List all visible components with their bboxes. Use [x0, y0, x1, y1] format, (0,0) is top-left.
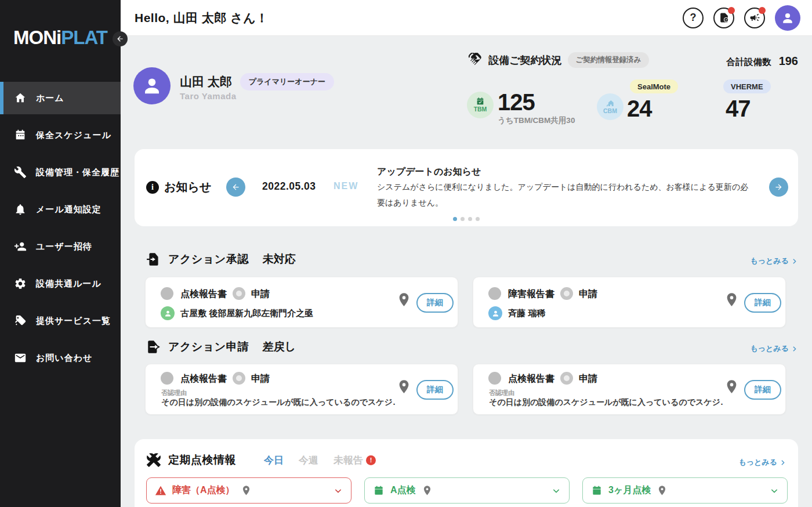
carousel-dot[interactable] [453, 217, 457, 221]
sidebar-item-home[interactable]: ホーム [0, 82, 121, 114]
megaphone-icon [749, 12, 760, 23]
sidebar-item-label: 提供サービス一覧 [36, 316, 111, 327]
approval-card[interactable]: 障害報告書 申請 斉藤 瑞稀 詳細 [473, 277, 786, 328]
detail-button[interactable]: 詳細 [744, 293, 781, 313]
location-pin-icon[interactable] [724, 379, 740, 394]
arrow-left-icon [116, 35, 124, 43]
vherme-badge: VHERME [723, 79, 771, 93]
dropdown-3month-inspection[interactable]: 3ヶ月点検 [582, 477, 788, 504]
sidebar-item-common-rules[interactable]: 設備共通ルール [0, 267, 121, 300]
contract-status-title: 設備ご契約状況 [488, 53, 561, 67]
notification-dot [728, 7, 735, 14]
sidebar-item-contact[interactable]: お問い合わせ [0, 342, 121, 374]
carousel-dot[interactable] [476, 217, 480, 221]
location-pin-icon [241, 485, 252, 496]
sensor-home-icon [606, 99, 615, 108]
carousel-dot[interactable] [468, 217, 472, 221]
approval-card[interactable]: 点検報告書 申請 古屋敷 後部屋新九郎左衛門介之亟 詳細 [145, 277, 458, 328]
document-export-icon [146, 339, 161, 354]
card-doc-type: 点検報告書 [180, 373, 227, 385]
tab-today[interactable]: 今日 [264, 454, 284, 467]
dropdown-label: A点検 [390, 484, 416, 497]
dropdown-label: 障害（A点検） [172, 484, 235, 497]
warning-triangle-icon [155, 485, 166, 497]
radio-dot-icon [233, 372, 245, 385]
handshake-icon [467, 53, 482, 67]
request-more-link[interactable]: もっとみる [750, 343, 798, 354]
total-equipment-label: 合計設備数 [726, 56, 771, 68]
card-doc-type: 点検報告書 [180, 288, 227, 300]
news-prev-button[interactable] [226, 178, 245, 197]
approval-section-title: アクション承認 [168, 252, 249, 267]
detail-button[interactable]: 詳細 [416, 293, 454, 313]
location-pin-icon[interactable] [396, 292, 412, 307]
status-dot-icon [488, 372, 501, 385]
request-section-header: アクション申請 差戻し [146, 339, 296, 354]
request-section-title: アクション申請 [168, 339, 249, 354]
request-card[interactable]: 点検報告書 申請 否認理由 その日は別の設備のスケジュールが既に入っているのでス… [145, 364, 458, 415]
question-mark-icon: ? [690, 12, 697, 24]
request-status-filter: 差戻し [263, 339, 296, 354]
detail-button[interactable]: 詳細 [416, 380, 454, 400]
status-dot-icon [161, 287, 173, 300]
cbm-count: 24 [627, 97, 652, 120]
profile-name-romaji: Taro Yamada [180, 91, 237, 101]
tab-this-week[interactable]: 今週 [299, 454, 318, 467]
total-equipment-value: 196 [779, 55, 798, 68]
sidebar-item-mail-settings[interactable]: メール通知設定 [0, 193, 121, 226]
total-equipment: 合計設備数 196 [726, 55, 798, 68]
sidebar-item-schedule[interactable]: 保全スケジュール [0, 119, 121, 151]
card-action-type: 申請 [579, 288, 597, 300]
sealmote-badge: SealMote [630, 79, 678, 93]
help-button[interactable]: ? [683, 8, 704, 28]
report-approval-button[interactable] [713, 8, 734, 28]
news-next-button[interactable] [769, 178, 788, 197]
card-person-name: 斉藤 瑞稀 [508, 308, 545, 319]
more-label: もっとみる [738, 457, 777, 468]
dropdown-a-inspection[interactable]: A点検 [364, 477, 570, 504]
card-doc-type: 点検報告書 [508, 373, 554, 385]
status-dot-icon [488, 287, 501, 300]
location-pin-icon [422, 485, 433, 496]
sidebar-collapse-button[interactable] [113, 31, 128, 46]
rejection-reason-text: その日は別の設備のスケジュールが既に入っているのでスケジ… [161, 397, 396, 408]
approval-more-link[interactable]: もっとみる [750, 256, 798, 266]
inspection-more-link[interactable]: もっとみる [738, 457, 786, 468]
document-import-icon [146, 252, 161, 267]
tools-icon [146, 452, 161, 468]
dropdown-failure-a-inspection[interactable]: 障害（A点検） [146, 477, 351, 504]
sidebar-item-label: ユーザー招待 [36, 241, 92, 252]
chevron-right-icon [791, 258, 798, 265]
info-icon: i [146, 181, 159, 194]
detail-button[interactable]: 詳細 [744, 380, 781, 400]
home-icon [14, 92, 27, 104]
rejection-reason-label: 否認理由 [489, 389, 514, 397]
radio-dot-icon [560, 372, 573, 385]
sidebar-item-services[interactable]: 提供サービス一覧 [0, 305, 121, 337]
inspection-section-title: 定期点検情報 [168, 452, 236, 468]
chevron-down-icon [552, 486, 561, 495]
calendar-icon [14, 129, 27, 142]
card-action-type: 申請 [579, 373, 597, 385]
sidebar-item-equipment-history[interactable]: 設備管理・保全履歴 [0, 156, 121, 189]
inspection-dropdown-row: 障害（A点検） A点検 3ヶ月点検 [146, 477, 788, 504]
radio-dot-icon [233, 287, 245, 300]
sidebar-item-label: メール通知設定 [36, 204, 102, 215]
rejection-reason-label: 否認理由 [161, 389, 187, 397]
calendar-check-icon [476, 97, 485, 106]
sidebar-item-invite-user[interactable]: ユーザー招待 [0, 230, 121, 263]
news-card: i お知らせ 2022.05.03 NEW アップデートのお知らせ システムがさ… [135, 149, 798, 226]
carousel-dot[interactable] [461, 217, 465, 221]
location-pin-icon[interactable] [724, 292, 740, 307]
tab-unreported[interactable]: 未報告 ! [334, 454, 376, 467]
bell-icon [14, 203, 27, 216]
user-avatar-button[interactable] [775, 5, 800, 31]
app-root: MONiPLAT ホーム 保全スケジュール 設備管理・保全履歴 メール通知設定 … [0, 0, 812, 507]
dropdown-label: 3ヶ月点検 [608, 484, 651, 497]
announcements-button[interactable] [744, 8, 765, 28]
location-pin-icon[interactable] [396, 379, 412, 394]
card-action-type: 申請 [251, 288, 270, 300]
gear-icon [14, 277, 27, 290]
request-card[interactable]: 点検報告書 申請 否認理由 その日は別の設備のスケジュールが既に入っているのでス… [473, 364, 786, 415]
card-person-name: 古屋敷 後部屋新九郎左衛門介之亟 [180, 308, 313, 319]
